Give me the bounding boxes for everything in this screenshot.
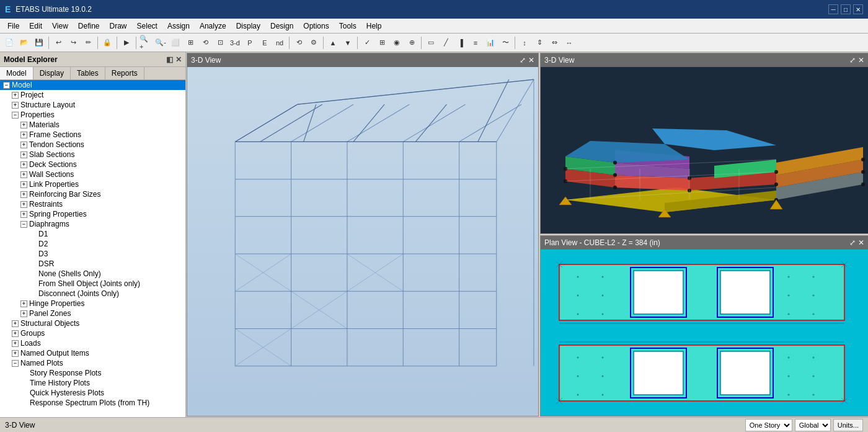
- tree-node-d3[interactable]: D3: [0, 249, 185, 259]
- tree-node-panel-zones[interactable]: +Panel Zones: [0, 308, 185, 318]
- view-close-plan[interactable]: ✕: [858, 238, 864, 247]
- tree-node-d2[interactable]: D2: [0, 239, 185, 249]
- view-close-left[interactable]: ✕: [528, 56, 534, 65]
- view-content-3d-right[interactable]: [541, 67, 868, 233]
- tb-cursor[interactable]: ↕: [518, 36, 531, 50]
- titlebar-controls[interactable]: ─ □ ✕: [828, 4, 863, 14]
- tree-node-frame-sections[interactable]: +Frame Sections: [0, 130, 185, 140]
- tb-new[interactable]: 📄: [2, 36, 16, 50]
- tb-select-all[interactable]: ⊡: [213, 36, 227, 50]
- menu-help[interactable]: Help: [361, 20, 387, 32]
- tb-check[interactable]: ✓: [360, 36, 374, 50]
- tree-node-groups[interactable]: +Groups: [0, 328, 185, 338]
- expander-wall-sections[interactable]: +: [20, 171, 27, 178]
- tb-undo2[interactable]: ⟲: [292, 36, 306, 50]
- expander-panel-zones[interactable]: +: [20, 310, 27, 317]
- tb-zoom-prev[interactable]: ⟲: [198, 36, 212, 50]
- expander-diaphragms[interactable]: −: [20, 221, 27, 228]
- tree-node-loads[interactable]: +Loads: [0, 338, 185, 348]
- expander-spring-properties[interactable]: +: [20, 211, 27, 218]
- expander-properties[interactable]: −: [12, 112, 19, 119]
- tb-rect[interactable]: ▭: [424, 36, 438, 50]
- tb-cursor2[interactable]: ⇕: [533, 36, 546, 50]
- story-select[interactable]: One Story All Stories: [745, 419, 792, 431]
- tb-run[interactable]: ▶: [120, 36, 133, 50]
- tree-node-response-spectrum-plots[interactable]: Response Spectrum Plots (from TH): [0, 398, 185, 408]
- tb-grid[interactable]: ⊞: [375, 36, 389, 50]
- expander-reinforcing-bar-sizes[interactable]: +: [20, 191, 27, 198]
- expander-link-properties[interactable]: +: [20, 181, 27, 188]
- menu-options[interactable]: Options: [298, 20, 334, 32]
- tree-node-named-output-items[interactable]: +Named Output Items: [0, 348, 185, 358]
- tb-undo[interactable]: ↩: [51, 36, 65, 50]
- tree-node-hinge-properties[interactable]: +Hinge Properties: [0, 299, 185, 308]
- tb-save[interactable]: 💾: [32, 36, 46, 50]
- tree-node-none-shells-only[interactable]: None (Shells Only): [0, 269, 185, 279]
- expander-frame-sections[interactable]: +: [20, 132, 27, 138]
- tree-node-diaphragms[interactable]: −Diaphragms: [0, 219, 185, 229]
- tb-3d[interactable]: 3-d: [228, 36, 242, 50]
- tb-graph[interactable]: 📊: [484, 36, 497, 50]
- view-close-right[interactable]: ✕: [858, 56, 864, 65]
- tb-up[interactable]: ▲: [326, 36, 340, 50]
- expander-named-plots[interactable]: −: [12, 360, 19, 367]
- coord-select[interactable]: Global Local: [795, 419, 831, 431]
- menu-define[interactable]: Define: [73, 20, 105, 32]
- tree-node-reinforcing-bar-sizes[interactable]: +Reinforcing Bar Sizes: [0, 189, 185, 199]
- tb-zoom-box[interactable]: ⬜: [169, 36, 182, 50]
- tab-reports[interactable]: Reports: [105, 67, 144, 79]
- view-content-plan[interactable]: [541, 250, 868, 416]
- tree-node-dsr[interactable]: DSR: [0, 259, 185, 269]
- tree-node-restraints[interactable]: +Restraints: [0, 199, 185, 209]
- tree-node-slab-sections[interactable]: +Slab Sections: [0, 150, 185, 160]
- tb-nd[interactable]: nd: [273, 36, 286, 50]
- expander-tendon-sections[interactable]: +: [20, 142, 27, 148]
- tb-zoom-out[interactable]: 🔍-: [154, 36, 167, 50]
- menu-analyze[interactable]: Analyze: [195, 20, 231, 32]
- expander-structural-objects[interactable]: +: [12, 320, 19, 327]
- tb-lock[interactable]: 🔒: [100, 36, 114, 50]
- tree-node-disconnect-joints[interactable]: Disconnect (Joints Only): [0, 289, 185, 299]
- view-expand-right[interactable]: ⤢: [849, 56, 856, 65]
- tree-node-structural-objects[interactable]: +Structural Objects: [0, 318, 185, 328]
- tb-display2[interactable]: ⊕: [405, 36, 418, 50]
- tab-model[interactable]: Model: [0, 67, 33, 79]
- tree-node-wall-sections[interactable]: +Wall Sections: [0, 169, 185, 179]
- tree-node-d1[interactable]: D1: [0, 229, 185, 239]
- view-expand-plan[interactable]: ⤢: [849, 238, 856, 247]
- tree-node-tendon-sections[interactable]: +Tendon Sections: [0, 140, 185, 150]
- expander-loads[interactable]: +: [12, 340, 19, 347]
- tree-node-project[interactable]: +Project: [0, 90, 185, 100]
- menu-view[interactable]: View: [47, 20, 73, 32]
- expander-groups[interactable]: +: [12, 330, 19, 337]
- tb-display[interactable]: ◉: [390, 36, 404, 50]
- tb-zoom-in[interactable]: 🔍+: [139, 36, 153, 50]
- tb-zoom-fit[interactable]: ⊞: [184, 36, 197, 50]
- menu-design[interactable]: Design: [265, 20, 298, 32]
- menu-assign[interactable]: Assign: [162, 20, 195, 32]
- tree-node-structure-layout[interactable]: +Structure Layout: [0, 100, 185, 110]
- view-content-3d-left[interactable]: [187, 67, 538, 416]
- tab-display[interactable]: Display: [33, 67, 71, 79]
- units-button[interactable]: Units...: [833, 419, 863, 431]
- minimize-button[interactable]: ─: [828, 4, 838, 14]
- tb-elev[interactable]: E: [258, 36, 272, 50]
- tree-node-deck-sections[interactable]: +Deck Sections: [0, 160, 185, 169]
- tb-column[interactable]: ▐: [454, 36, 467, 50]
- tb-edit[interactable]: ✏: [81, 36, 95, 50]
- expander-structure-layout[interactable]: +: [12, 102, 19, 109]
- tab-tables[interactable]: Tables: [71, 67, 105, 79]
- tree-node-properties[interactable]: −Properties: [0, 110, 185, 120]
- expander-hinge-properties[interactable]: +: [20, 300, 27, 307]
- menu-file[interactable]: File: [2, 20, 24, 32]
- tree-node-story-response-plots[interactable]: Story Response Plots: [0, 368, 185, 378]
- tree-node-materials[interactable]: +Materials: [0, 120, 185, 130]
- expander-deck-sections[interactable]: +: [20, 161, 27, 168]
- tree-node-from-shell-object[interactable]: From Shell Object (Joints only): [0, 279, 185, 289]
- tree-node-named-plots[interactable]: −Named Plots: [0, 358, 185, 368]
- tb-redo[interactable]: ↪: [66, 36, 80, 50]
- menu-select[interactable]: Select: [132, 20, 162, 32]
- tb-cursor4[interactable]: ↔: [562, 36, 576, 50]
- tree-node-spring-properties[interactable]: +Spring Properties: [0, 209, 185, 219]
- expander-project[interactable]: +: [12, 92, 19, 99]
